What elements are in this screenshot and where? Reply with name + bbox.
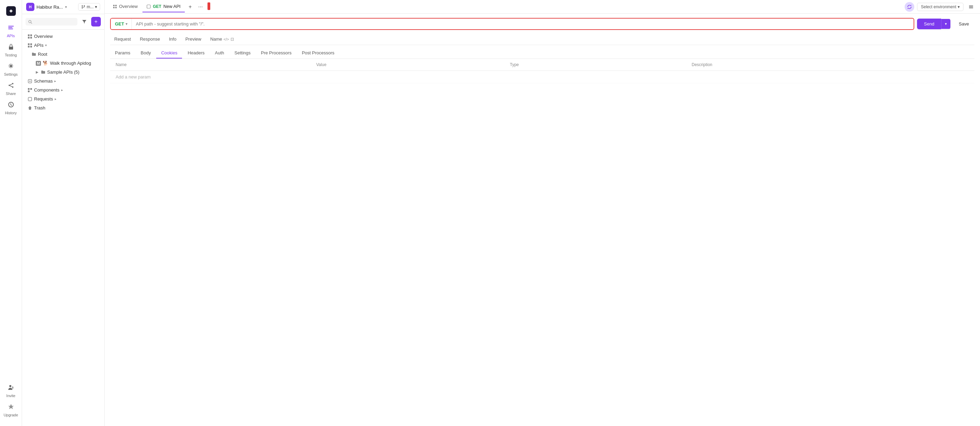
param-tab-body[interactable]: Body [136, 48, 156, 59]
tree-item-sample-apis[interactable]: ▶ Sample APIs (5) [24, 68, 103, 76]
sidebar-item-history[interactable]: History [2, 99, 21, 117]
req-tab-preview[interactable]: Preview [181, 34, 205, 45]
sidebar-item-upgrade-label: Upgrade [3, 413, 18, 417]
send-button[interactable]: Send [917, 19, 941, 29]
tree-apis-label: APIs [34, 43, 43, 48]
tab-overview-icon [113, 5, 117, 9]
tree-item-schemas[interactable]: Schemas ▸ [24, 77, 103, 85]
req-tab-name-wrap: Name </> ⊡ [210, 37, 234, 41]
search-input-wrap [25, 18, 78, 25]
svg-rect-16 [28, 37, 30, 38]
tab-overview[interactable]: Overview [109, 1, 142, 13]
testing-icon [8, 43, 14, 52]
svg-rect-15 [30, 34, 32, 36]
send-dropdown-button[interactable]: ▾ [941, 19, 950, 29]
param-tab-auth[interactable]: Auth [210, 48, 229, 59]
sidebar-item-invite[interactable]: Invite [2, 382, 21, 400]
save-button[interactable]: Save [953, 19, 975, 29]
branch-selector[interactable]: m... ▾ [78, 3, 100, 11]
filter-button[interactable] [80, 17, 89, 27]
logo-button[interactable] [4, 4, 18, 18]
svg-point-0 [10, 10, 12, 12]
apis-tree-icon [27, 43, 32, 48]
sync-button[interactable] [905, 2, 914, 12]
add-button[interactable]: + [91, 17, 101, 27]
param-tab-params-label: Params [115, 50, 130, 56]
right-controls: Select environment ▾ [905, 2, 976, 12]
upgrade-icon [8, 403, 14, 412]
svg-rect-34 [969, 8, 973, 8]
tree-item-walkthrough[interactable]: M 🐕 Walk through Apidog [24, 59, 103, 67]
col-type: Type [504, 59, 686, 71]
search-input[interactable] [34, 19, 75, 24]
param-tab-post-processors[interactable]: Post Processors [297, 48, 339, 59]
requests-expand-icon: ▸ [55, 97, 56, 101]
sidebar-item-share[interactable]: Share [2, 80, 21, 98]
url-input[interactable] [132, 19, 913, 29]
sidebar-item-testing-label: Testing [5, 53, 17, 57]
tree-item-components[interactable]: Components ▸ [24, 86, 103, 94]
param-tab-pre-label: Pre Processors [261, 50, 291, 56]
svg-rect-32 [969, 5, 973, 6]
param-tab-cookies-label: Cookies [161, 50, 177, 56]
svg-rect-2 [8, 27, 13, 28]
svg-rect-28 [115, 5, 117, 6]
tab-add-button[interactable]: + [186, 2, 195, 12]
tree-item-overview[interactable]: Overview [24, 32, 103, 41]
param-tab-post-label: Post Processors [302, 50, 334, 56]
sidebar-item-upgrade[interactable]: Upgrade [2, 401, 21, 419]
apis-expand-icon: ▾ [45, 43, 47, 47]
add-param-row[interactable]: Add a new param [110, 71, 975, 83]
sidebar-item-invite-label: Invite [6, 394, 15, 398]
svg-rect-20 [28, 46, 30, 48]
tab-new-api[interactable]: GET New API [142, 1, 185, 13]
invite-icon [8, 384, 14, 393]
workspace-avatar: H [26, 3, 34, 11]
tree-item-apis[interactable]: APIs ▾ [24, 41, 103, 49]
code-brackets-icon: </> [224, 37, 229, 41]
sidebar-item-settings-label: Settings [4, 72, 18, 76]
tab-more-button[interactable]: ··· [196, 2, 205, 12]
tree-item-trash[interactable]: Trash [24, 103, 103, 112]
hamburger-button[interactable] [966, 2, 976, 12]
sidebar-item-apis[interactable]: APIs [2, 22, 21, 40]
req-tab-request-label: Request [114, 37, 131, 41]
svg-line-7 [10, 84, 12, 85]
param-tab-headers[interactable]: Headers [183, 48, 209, 59]
param-tab-cookies[interactable]: Cookies [156, 48, 182, 59]
req-tab-info[interactable]: Info [165, 34, 181, 45]
params-table-header: Name Value Type Description [110, 59, 975, 71]
tab-method-label: GET [153, 4, 161, 9]
param-tab-settings[interactable]: Settings [229, 48, 255, 59]
svg-point-6 [12, 86, 13, 88]
workspace-selector[interactable]: H Habibur Ra... ▾ [26, 3, 75, 11]
svg-rect-31 [147, 5, 150, 8]
share-icon [8, 82, 14, 91]
sidebar-item-settings[interactable]: Settings [2, 60, 21, 78]
tab-api-icon [146, 5, 151, 9]
tab-bar: Overview GET New API + ··· Select enviro… [105, 0, 980, 14]
svg-line-8 [10, 86, 12, 87]
env-chevron-icon: ▾ [958, 5, 960, 9]
trash-icon [27, 106, 32, 110]
req-tab-name[interactable]: Name </> ⊡ [206, 34, 238, 45]
svg-rect-23 [28, 88, 30, 90]
method-selector[interactable]: GET ▾ [111, 19, 132, 29]
tree-item-root[interactable]: Root [24, 50, 103, 59]
tree-schemas-label: Schemas [34, 78, 52, 84]
svg-rect-25 [28, 91, 30, 92]
req-tab-response[interactable]: Response [135, 34, 164, 45]
env-selector[interactable]: Select environment ▾ [917, 3, 964, 11]
req-tab-request[interactable]: Request [110, 34, 135, 45]
tree-item-requests[interactable]: Requests ▸ [24, 95, 103, 103]
req-tab-preview-label: Preview [186, 37, 201, 41]
param-tab-auth-label: Auth [215, 50, 224, 56]
components-icon [27, 88, 32, 92]
param-tab-params[interactable]: Params [110, 48, 135, 59]
main-area: Overview GET New API + ··· Select enviro… [105, 0, 980, 426]
sidebar-item-testing[interactable]: Testing [2, 41, 21, 59]
param-tab-pre-processors[interactable]: Pre Processors [256, 48, 296, 59]
add-param-label[interactable]: Add a new param [110, 71, 975, 83]
workspace-chevron-icon: ▾ [65, 5, 67, 9]
search-icon [28, 20, 32, 24]
